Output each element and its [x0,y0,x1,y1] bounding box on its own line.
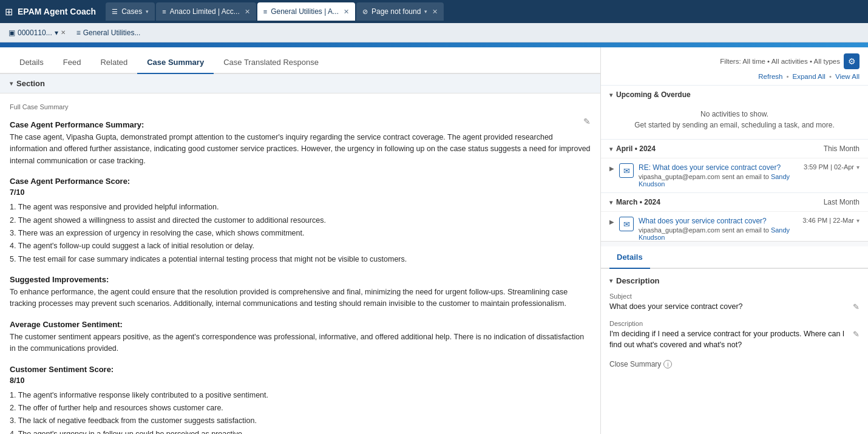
left-panel: Details Feed Related Case Summary Case T… [0,47,601,434]
activity-1-time: 3:59 PM | 02-Apr ▾ [804,163,860,171]
activity-1-meta: vipasha_gupta@epam.com sent an email to … [639,173,799,188]
right-panel: Filters: All time • All activities • All… [601,47,868,434]
main-layout: Details Feed Related Case Summary Case T… [0,47,868,434]
activity-2-meta: vipasha_gupta@epam.com sent an email to … [639,226,798,241]
tab-anaco[interactable]: ≡ Anaco Limited | Acc... ✕ [156,2,256,21]
activity-section: Filters: All time • All activities • All… [601,47,868,242]
upcoming-chevron[interactable]: ▾ [609,92,612,98]
sub-tab-1-close[interactable]: ✕ [61,29,66,36]
activity-1-content: RE: What does your service contract cove… [639,163,799,188]
tab-details[interactable]: Details [10,52,53,74]
no-activity-text: No activities to show. Get started by se… [601,104,868,139]
action-links: Refresh • Expand All • View All [601,72,868,85]
content-area[interactable]: Full Case Summary ✎ Case Agent Performan… [0,93,600,434]
sub-bar: ▣ 0000110... ▾ ✕ ≡ General Utilities... [0,23,868,42]
description-toggle[interactable]: ▾ Description [609,276,860,285]
cases-tab-arrow[interactable]: ▾ [146,8,149,15]
sub-tab-2-icon: ≡ [76,29,81,37]
details-tab-details[interactable]: Details [609,246,650,269]
cases-tab-label: Cases [121,7,142,16]
april-label: April • 2024 [616,144,656,153]
description-field: Description I'm deciding if I need a ser… [609,320,860,350]
tab-page-not-found[interactable]: ⊘ Page not found ▾ ✕ [356,2,444,21]
tab-general-utilities[interactable]: ≡ General Utilities | A... ✕ [257,2,355,21]
april-group: ▾ April • 2024 This Month ▶ ✉ RE: What d… [601,139,868,192]
subject-edit-icon[interactable]: ✎ [853,302,860,313]
march-header[interactable]: ▾ March • 2024 Last Month [601,193,868,211]
page-not-found-close[interactable]: ✕ [432,8,438,16]
view-all-link[interactable]: View All [835,73,860,80]
score-item-2: 2. The agent showed a willingness to ass… [10,215,591,226]
sub-tab-1-arrow[interactable]: ▾ [55,29,58,37]
activity-2-mail-icon: ✉ [619,217,634,231]
activity-item-2[interactable]: ▶ ✉ What does your service contract cove… [601,211,868,242]
customer-score-item-3: 3. The lack of negative feedback from th… [10,415,591,427]
tab-bar: ☰ Cases ▾ ≡ Anaco Limited | Acc... ✕ ≡ G… [106,2,863,21]
activity-2-dropdown[interactable]: ▾ [856,217,860,224]
score-item-5: 5. The test email for case summary indic… [10,254,591,265]
activity-1-title[interactable]: RE: What does your service contract cove… [639,163,799,172]
section-label: Section [16,79,45,88]
anaco-tab-label: Anaco Limited | Acc... [170,7,240,16]
april-header[interactable]: ▾ April • 2024 This Month [601,140,868,158]
expand-all-link[interactable]: Expand All [793,73,826,80]
refresh-link[interactable]: Refresh [758,73,782,80]
activity-2-title[interactable]: What does your service contract cover? [639,217,798,225]
top-bar: ⊞ EPAM Agent Coach ☰ Cases ▾ ≡ Anaco Lim… [0,0,868,23]
activity-1-sender: vipasha_gupta@epam.com [639,173,720,180]
activity-1-action: sent an email to [722,173,769,180]
page-not-found-arrow[interactable]: ▾ [424,8,427,15]
march-chevron[interactable]: ▾ [609,199,612,206]
details-section: Details ▾ Description Subject What does … [601,246,868,434]
activity-1-expand[interactable]: ▶ [609,165,614,172]
march-label: March • 2024 [616,198,660,206]
performance-title: Case Agent Performance Summary: [10,120,591,129]
score-item-3: 3. There was an expression of urgency in… [10,228,591,239]
grid-icon[interactable]: ⊞ [5,6,13,18]
description-chevron[interactable]: ▾ [609,277,612,284]
subject-value: What does your service contract cover? ✎ [609,302,860,313]
filters-bar: Filters: All time • All activities • All… [601,47,868,72]
upcoming-header[interactable]: ▾ Upcoming & Overdue [601,86,868,104]
score-item-4: 4. The agent's follow-up could suggest a… [10,240,591,252]
general-tab-label: General Utilities | A... [271,7,339,16]
performance-body: The case agent, Vipasha Gupta, demonstra… [10,132,591,167]
description-field-value: I'm deciding if I need a service contrac… [609,329,860,350]
description-section: ▾ Description Subject What does your ser… [601,269,868,378]
customer-score-value: 8/10 [10,376,591,385]
score-item-1: 1. The agent was responsive and provided… [10,202,591,213]
close-summary-row: Close Summary i [609,358,860,371]
close-summary-info-icon[interactable]: i [663,360,672,368]
content-tabs: Details Feed Related Case Summary Case T… [0,47,600,74]
filter-gear-button[interactable]: ⚙ [844,53,860,69]
tab-case-summary[interactable]: Case Summary [137,52,214,74]
activity-2-action: sent an email to [722,226,769,234]
general-tab-close[interactable]: ✕ [344,8,349,16]
activity-1-dropdown[interactable]: ▾ [856,164,860,171]
sub-tab-2[interactable]: ≡ General Utilities... [73,23,144,42]
app-title: EPAM Agent Coach [18,7,96,16]
description-edit-icon[interactable]: ✎ [853,329,860,340]
april-month-badge: This Month [824,144,860,153]
upcoming-label: Upcoming & Overdue [616,90,691,99]
tab-case-translated[interactable]: Case Translated Response [214,52,328,74]
activity-2-sender: vipasha_gupta@epam.com [639,226,720,234]
sub-tab-2-label: General Utilities... [83,29,141,37]
tab-feed[interactable]: Feed [53,52,91,74]
activity-2-content: What does your service contract cover? v… [639,217,798,241]
tab-related[interactable]: Related [90,52,137,74]
case-edit-icon[interactable]: ✎ [583,117,591,126]
score-title: Case Agent Performance Score: [10,177,591,186]
sub-tab-1[interactable]: ▣ 0000110... ▾ ✕ [5,23,69,42]
description-field-label: Description [609,320,860,327]
customer-score-title: Customer Sentiment Score: [10,365,591,374]
customer-score-item-1: 1. The agent's informative response like… [10,390,591,401]
section-chevron-icon[interactable]: ▾ [10,80,13,87]
anaco-icon: ≡ [162,8,166,15]
anaco-tab-close[interactable]: ✕ [245,8,250,16]
april-chevron[interactable]: ▾ [609,146,612,152]
activity-2-expand[interactable]: ▶ [609,219,614,225]
subject-label: Subject [609,293,860,300]
activity-item-1[interactable]: ▶ ✉ RE: What does your service contract … [601,158,868,192]
tab-cases[interactable]: ☰ Cases ▾ [106,2,155,21]
